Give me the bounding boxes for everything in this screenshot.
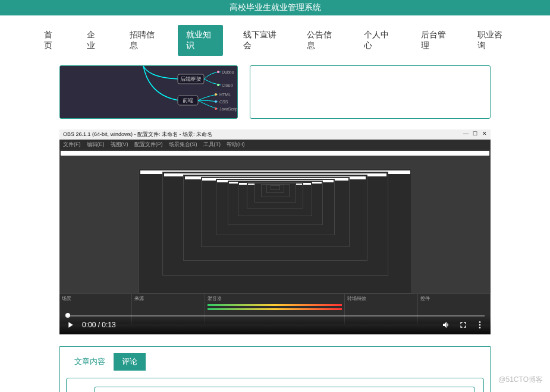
watermark: @51CTO博客 bbox=[498, 375, 543, 385]
svg-point-2 bbox=[217, 71, 219, 73]
play-icon[interactable] bbox=[65, 320, 75, 330]
svg-point-12 bbox=[479, 321, 481, 323]
mindmap-graphic: 后端框架 前端 Dubbo Cloud HTML CSS JavaScript bbox=[60, 66, 237, 118]
svg-point-6 bbox=[215, 93, 217, 96]
tab-comments[interactable]: 评论 bbox=[114, 353, 146, 371]
svg-point-8 bbox=[215, 100, 217, 103]
comment-section: 文章内容 评论 评论 bbox=[59, 346, 491, 392]
window-controls: — ☐ ✕ bbox=[463, 131, 487, 138]
app-header: 高校毕业生就业管理系统 bbox=[0, 0, 550, 15]
svg-point-10 bbox=[215, 108, 217, 110]
svg-point-4 bbox=[217, 84, 219, 86]
main-nav: 首页 企业 招聘信息 就业知识 线下宣讲会 公告信息 个人中心 后台管理 职业咨… bbox=[0, 15, 550, 65]
nav-recruit[interactable]: 招聘信息 bbox=[121, 25, 166, 56]
svg-text:Dubbo: Dubbo bbox=[222, 70, 234, 74]
nav-profile[interactable]: 个人中心 bbox=[356, 25, 401, 56]
video-time: 0:00 / 0:13 bbox=[82, 321, 116, 329]
app-title: 高校毕业生就业管理系统 bbox=[230, 2, 321, 12]
mindmap-card[interactable]: 后端框架 前端 Dubbo Cloud HTML CSS JavaScript bbox=[59, 65, 238, 119]
svg-text:Cloud: Cloud bbox=[222, 83, 232, 87]
comment-label: 评论 bbox=[75, 387, 89, 392]
nav-home[interactable]: 首页 bbox=[36, 25, 67, 56]
obs-window-title: OBS 26.1.1 (64-bit, windows) - 配置文件: 未命名… bbox=[63, 131, 212, 138]
video-controls: 0:00 / 0:13 bbox=[59, 315, 491, 334]
nav-knowledge[interactable]: 就业知识 bbox=[178, 25, 223, 56]
nav-lecture[interactable]: 线下宣讲会 bbox=[235, 25, 287, 56]
tab-article-content[interactable]: 文章内容 bbox=[66, 353, 114, 371]
nav-admin[interactable]: 后台管理 bbox=[413, 25, 458, 56]
comment-form: 评论 bbox=[66, 378, 484, 392]
empty-card[interactable] bbox=[250, 65, 491, 119]
volume-icon[interactable] bbox=[442, 320, 451, 330]
comment-tabs: 文章内容 评论 bbox=[66, 353, 484, 371]
obs-menu-bar: 文件(F) 编辑(E) 视图(V) 配置文件(P) 场景集合(S) 工具(T) … bbox=[59, 140, 491, 150]
nav-consult[interactable]: 职业咨询 bbox=[469, 25, 514, 56]
video-player[interactable]: OBS 26.1.1 (64-bit, windows) - 配置文件: 未命名… bbox=[59, 129, 491, 334]
comment-input-wrap[interactable] bbox=[94, 387, 475, 392]
more-icon[interactable] bbox=[475, 320, 485, 330]
svg-point-13 bbox=[479, 324, 481, 326]
svg-point-14 bbox=[479, 327, 481, 328]
nav-company[interactable]: 企业 bbox=[78, 25, 109, 56]
obs-window-titlebar: OBS 26.1.1 (64-bit, windows) - 配置文件: 未命名… bbox=[59, 129, 491, 140]
cards-row: 后端框架 前端 Dubbo Cloud HTML CSS JavaScript bbox=[0, 65, 550, 119]
svg-text:CSS: CSS bbox=[219, 100, 228, 104]
video-preview-recursive bbox=[59, 157, 491, 293]
svg-text:JavaScript: JavaScript bbox=[219, 107, 238, 112]
fullscreen-icon[interactable] bbox=[458, 320, 468, 330]
svg-text:HTML: HTML bbox=[219, 93, 231, 97]
node-backend: 后端框架 bbox=[180, 76, 202, 82]
node-frontend: 前端 bbox=[183, 97, 193, 103]
nav-notice[interactable]: 公告信息 bbox=[298, 25, 344, 56]
